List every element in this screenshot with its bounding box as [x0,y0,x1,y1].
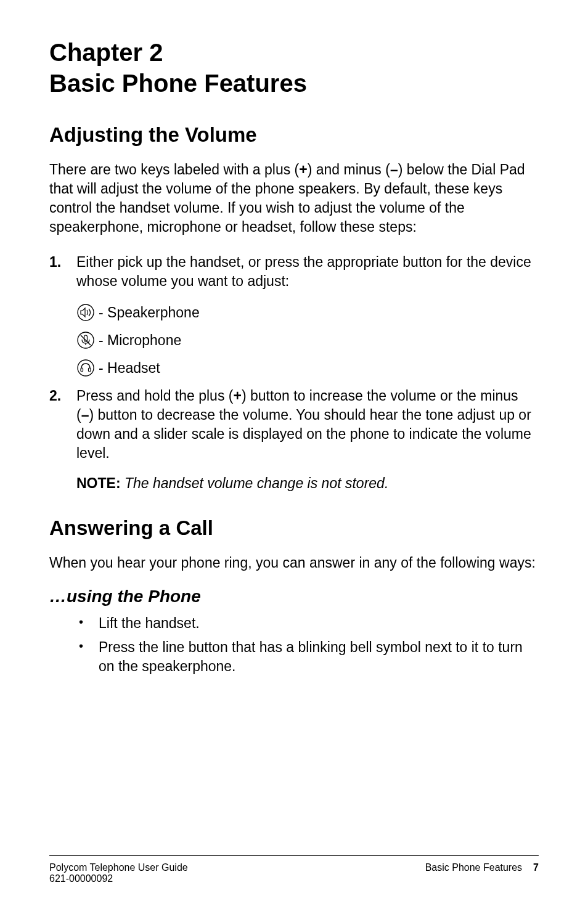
icon-row-speakerphone: - Speakerphone [76,303,539,322]
headset-icon [76,359,95,377]
subsection-using-phone: …using the Phone [49,587,539,606]
chapter-number: Chapter 2 [49,39,163,66]
svg-point-5 [78,360,94,376]
steps-list: 1. Either pick up the handset, or press … [49,253,539,291]
section-adjusting-volume-title: Adjusting the Volume [49,123,539,147]
bullet-text: Press the line button that has a blinkin… [99,638,539,676]
list-item: • Lift the handset. [79,614,539,633]
speakerphone-icon [76,303,95,322]
bullet-dot: • [79,614,99,633]
footer-right: Basic Phone Features7 [425,862,539,884]
step-text: Either pick up the handset, or press the… [76,253,539,291]
svg-rect-7 [89,368,91,372]
icon-row-microphone: - Microphone [76,331,539,349]
footer-guide-name: Polycom Telephone User Guide [49,862,188,873]
note: NOTE: The handset volume change is not s… [76,475,539,492]
steps-list-2: 2. Press and hold the plus (+) button to… [49,386,539,463]
footer-doc-number: 621-00000092 [49,873,188,884]
list-item: • Press the line button that has a blink… [79,638,539,676]
bullet-list: • Lift the handset. • Press the line but… [79,614,539,676]
page-footer: Polycom Telephone User Guide 621-0000009… [49,855,539,884]
note-label: NOTE: [76,475,125,491]
footer-section-label: Basic Phone Features [425,862,522,873]
icon-row-headset: - Headset [76,359,539,377]
bullet-dot: • [79,638,99,676]
step-number: 2. [49,386,76,463]
section-answering-call-title: Answering a Call [49,516,539,540]
svg-rect-6 [81,368,83,372]
note-text: The handset volume change is not stored. [125,475,388,491]
svg-point-0 [78,304,94,320]
microphone-label: - Microphone [99,332,181,349]
step-text: Press and hold the plus (+) button to in… [76,386,539,463]
step-number: 1. [49,253,76,291]
footer-left: Polycom Telephone User Guide 621-0000009… [49,862,188,884]
adjusting-volume-intro: There are two keys labeled with a plus (… [49,160,539,237]
answering-call-intro: When you hear your phone ring, you can a… [49,553,539,573]
step-1: 1. Either pick up the handset, or press … [49,253,539,291]
footer-page-number: 7 [533,862,539,873]
step-2: 2. Press and hold the plus (+) button to… [49,386,539,463]
speakerphone-label: - Speakerphone [99,304,200,321]
microphone-icon [76,331,95,349]
headset-label: - Headset [99,360,160,377]
bullet-text: Lift the handset. [99,614,200,633]
chapter-title: Basic Phone Features [49,70,307,97]
chapter-heading: Chapter 2 Basic Phone Features [49,37,539,99]
